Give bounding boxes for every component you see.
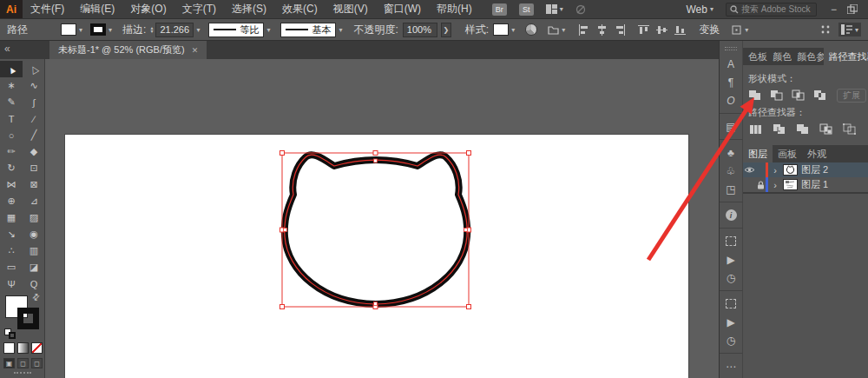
stroke-weight-stepper[interactable]: ▴▾ xyxy=(150,26,153,33)
zoom-tool[interactable]: Q xyxy=(23,275,45,292)
symbols-panel-icon[interactable]: ♣ xyxy=(723,146,739,159)
stroke-color-swatch[interactable] xyxy=(90,23,106,36)
close-tab-icon[interactable]: ✕ xyxy=(192,46,199,55)
perspective-grid-tool[interactable]: ⊿ xyxy=(23,193,45,209)
character-panel-icon[interactable]: A xyxy=(723,57,739,70)
draw-normal-mode[interactable]: ▣ xyxy=(3,358,15,368)
scale-tool[interactable]: ⊡ xyxy=(23,160,45,176)
opacity-label[interactable]: 不透明度: xyxy=(353,23,398,37)
layer-row[interactable]: › 图层 1 xyxy=(743,177,868,192)
play-icon[interactable]: ▶ xyxy=(723,253,739,266)
layer-thumbnail[interactable] xyxy=(783,179,798,190)
menu-select[interactable]: 选择(S) xyxy=(224,2,274,17)
control-panel-menu-icon[interactable]: ▾ xyxy=(838,23,861,36)
stroke-weight-label[interactable]: 描边: xyxy=(122,23,146,37)
menu-effect[interactable]: 效果(C) xyxy=(274,2,326,17)
layer-row[interactable]: › 图层 2 xyxy=(743,162,868,177)
minimize-icon[interactable]: − xyxy=(831,3,837,16)
none-button[interactable] xyxy=(31,342,43,354)
mesh-tool[interactable]: ▦ xyxy=(0,209,23,226)
history-panel-icon[interactable]: ◷ xyxy=(723,271,739,284)
recolor-artwork-icon[interactable] xyxy=(525,23,537,36)
hand-tool[interactable]: Ψ xyxy=(0,275,23,292)
shape-builder-tool[interactable]: ⊕ xyxy=(0,193,23,209)
screen-mode-button[interactable] xyxy=(14,372,31,376)
expand-chevron-icon[interactable]: › xyxy=(771,165,779,176)
panel-group-grip[interactable] xyxy=(725,47,737,50)
document-setup-icon[interactable]: ▾ xyxy=(548,24,565,35)
history-panel-icon[interactable]: ◷ xyxy=(723,334,739,347)
collapse-toolbar-icon[interactable]: « xyxy=(4,43,10,55)
menu-view[interactable]: 视图(V) xyxy=(326,2,376,17)
line-segment-tool[interactable]: ∕ xyxy=(23,110,45,127)
menu-edit[interactable]: 编辑(E) xyxy=(72,2,122,17)
menu-help[interactable]: 帮助(H) xyxy=(429,2,480,17)
paintbrush-tool[interactable]: ╱ xyxy=(23,127,45,143)
expand-chevron-icon[interactable]: › xyxy=(771,180,779,190)
stroke-profile-dropdown[interactable]: 等比 xyxy=(208,23,264,37)
type-tool[interactable]: T xyxy=(0,110,23,127)
lock-icon[interactable] xyxy=(755,181,766,189)
free-transform-tool[interactable]: ⊠ xyxy=(23,176,45,193)
bridge-badge[interactable]: Br xyxy=(492,3,507,16)
width-tool[interactable]: ⋈ xyxy=(0,176,23,193)
trim-button[interactable] xyxy=(772,123,787,136)
shaper-tool[interactable]: ◆ xyxy=(23,143,45,160)
crop-button[interactable] xyxy=(819,123,834,136)
intersect-button[interactable] xyxy=(792,90,806,103)
opacity-more-button[interactable]: ❯ xyxy=(441,23,451,37)
actions-panel-icon[interactable] xyxy=(723,297,739,310)
tab-color[interactable]: 颜色 xyxy=(767,48,792,65)
layer-name[interactable]: 图层 2 xyxy=(801,163,828,176)
selection-tool[interactable]: ▲ xyxy=(0,61,23,77)
document-tab[interactable]: 未标题-1* @ 52% (RGB/预览) ✕ xyxy=(49,41,207,59)
pen-tool[interactable]: ✎ xyxy=(0,94,23,110)
align-center-icon[interactable] xyxy=(596,24,608,36)
align-top-icon[interactable] xyxy=(638,24,649,36)
minus-front-button[interactable] xyxy=(770,90,784,103)
symbol-sprayer-tool[interactable]: ∴ xyxy=(0,242,23,259)
fill-color-swatch[interactable] xyxy=(61,23,76,36)
divide-button[interactable] xyxy=(748,123,764,136)
align-bottom-icon[interactable] xyxy=(674,24,686,36)
arrange-windows-icon[interactable] xyxy=(847,4,858,14)
play-icon[interactable]: ▶ xyxy=(723,315,739,328)
reference-point-icon[interactable]: ▾ xyxy=(731,24,748,36)
color-button[interactable] xyxy=(3,342,15,354)
workspace-switcher[interactable]: Web ▾ xyxy=(687,3,713,16)
direct-selection-tool[interactable]: △ xyxy=(23,61,45,77)
gradient-button[interactable] xyxy=(17,342,29,354)
stroke-proxy[interactable] xyxy=(17,308,39,329)
column-graph-tool[interactable]: ▥ xyxy=(23,242,45,259)
info-panel-icon[interactable]: i xyxy=(723,209,739,222)
tab-layers[interactable]: 图层 xyxy=(743,145,773,162)
ellipse-tool[interactable]: ○ xyxy=(0,127,23,143)
snap-grid-icon[interactable] xyxy=(821,25,830,34)
artboard-tool[interactable]: ▭ xyxy=(0,259,23,275)
tab-swatches[interactable]: 色板 xyxy=(743,48,767,65)
paragraph-panel-icon[interactable]: ¶ xyxy=(723,76,739,89)
rotate-tool[interactable]: ↻ xyxy=(0,160,23,176)
stock-search[interactable] xyxy=(726,3,817,17)
lasso-tool[interactable]: ∿ xyxy=(23,77,45,94)
chevron-down-icon[interactable]: ▾ xyxy=(196,26,200,34)
curvature-tool[interactable]: ∫ xyxy=(23,94,45,110)
actions-panel-icon[interactable] xyxy=(723,235,739,248)
chevron-down-icon[interactable]: ▾ xyxy=(79,26,82,34)
arrange-documents-icon[interactable]: ▾ xyxy=(546,4,563,14)
swap-fill-stroke-icon[interactable]: ⇄ xyxy=(30,291,42,303)
layer-name[interactable]: 图层 1 xyxy=(801,178,828,191)
share-icon[interactable] xyxy=(575,4,587,15)
opacity-value[interactable]: 100% xyxy=(403,23,437,37)
layer-thumbnail[interactable] xyxy=(783,164,798,176)
menu-file[interactable]: 文件(F) xyxy=(23,2,72,17)
search-input[interactable] xyxy=(741,4,812,14)
asset-export-panel-icon[interactable]: ◳ xyxy=(723,182,739,196)
blend-tool[interactable]: ◉ xyxy=(23,226,45,242)
tab-appearance[interactable]: 外观 xyxy=(802,145,832,162)
eyedropper-tool[interactable]: ↘ xyxy=(0,226,23,242)
brush-definition-dropdown[interactable]: 基本 xyxy=(280,23,336,37)
chevron-down-icon[interactable]: ▾ xyxy=(266,26,270,34)
merge-button[interactable] xyxy=(795,123,811,136)
brushes-panel-icon[interactable]: ♧ xyxy=(723,164,739,177)
